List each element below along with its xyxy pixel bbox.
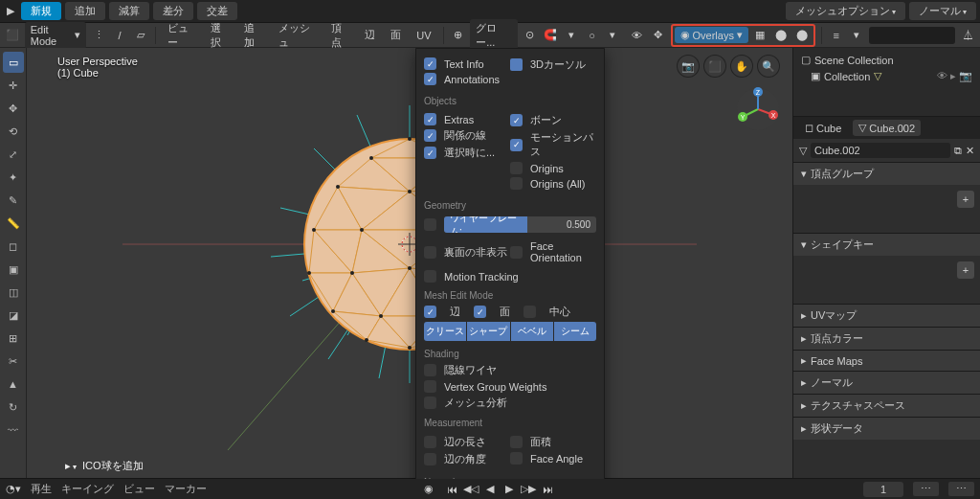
vertex-weights-checkbox[interactable] xyxy=(424,380,436,393)
bevel-button[interactable]: ベベル xyxy=(511,322,553,341)
editor-type-icon[interactable]: ⬛ xyxy=(4,26,21,45)
mesh-link-icon[interactable]: ⧉ xyxy=(954,145,962,157)
shape-key-add-button[interactable]: + xyxy=(957,261,974,279)
display-mode-icon[interactable]: ▾ xyxy=(849,26,866,45)
xray-icon[interactable]: ▦ xyxy=(750,26,769,45)
edges-overlay-checkbox[interactable] xyxy=(424,306,436,318)
vertex-colors-header[interactable]: ▸ 頂点カラー xyxy=(793,327,980,350)
jump-start-icon[interactable]: ⏮ xyxy=(443,482,460,497)
motion-tracking-checkbox[interactable] xyxy=(424,270,436,283)
zoom-icon[interactable]: 🔍 xyxy=(758,56,779,77)
mode-dropdown[interactable]: Edit Mode▾ xyxy=(25,22,87,49)
outliner-search[interactable] xyxy=(869,27,955,44)
vertex-groups-header[interactable]: ▾ 頂点グループ xyxy=(793,162,980,185)
pan-icon[interactable]: ✋ xyxy=(731,56,752,77)
subtract-op-button[interactable]: 減算 xyxy=(109,2,149,20)
mesh-menu[interactable]: メッシュ xyxy=(273,19,322,52)
prev-keyframe-icon[interactable]: ◀◁ xyxy=(462,482,479,497)
text-info-checkbox[interactable] xyxy=(424,57,436,70)
smooth-tool[interactable]: 〰 xyxy=(3,420,24,441)
edge-select-mode[interactable]: / xyxy=(111,26,128,45)
seam-button[interactable]: シーム xyxy=(554,322,596,341)
timeline-editor-icon[interactable]: ◔▾ xyxy=(6,483,21,495)
scale-tool[interactable]: ⤢ xyxy=(3,144,24,165)
relationship-checkbox[interactable] xyxy=(424,129,436,142)
uv-menu[interactable]: UV xyxy=(411,28,436,43)
gizmo-icon[interactable]: ✥ xyxy=(650,26,667,45)
bevel-tool[interactable]: ◪ xyxy=(3,305,24,326)
props-cube-tab[interactable]: ◻ Cube xyxy=(799,120,847,136)
rotate-tool[interactable]: ⟲ xyxy=(3,121,24,142)
knife-tool[interactable]: ✂ xyxy=(3,351,24,372)
orientation-dropdown[interactable]: グロー... xyxy=(470,19,517,52)
geometry-data-header[interactable]: ▸ 形状データ xyxy=(793,417,980,440)
next-keyframe-icon[interactable]: ▷▶ xyxy=(520,482,537,497)
vertex-select-mode[interactable]: ⋮ xyxy=(90,26,107,45)
add-op-button[interactable]: 追加 xyxy=(65,2,105,20)
snap-type-icon[interactable]: ▾ xyxy=(563,26,580,45)
annotate-tool[interactable]: ✎ xyxy=(3,190,24,211)
view-menu[interactable]: ビュー xyxy=(162,19,201,52)
marker-menu[interactable]: マーカー xyxy=(165,482,207,496)
wireframe-checkbox[interactable] xyxy=(424,218,436,231)
frame-end-field[interactable]: ⋯ xyxy=(948,482,974,496)
face-menu[interactable]: 面 xyxy=(385,26,407,44)
annotations-checkbox[interactable] xyxy=(424,73,436,85)
timeline-view-menu[interactable]: ビュー xyxy=(123,482,155,496)
faces-overlay-checkbox[interactable] xyxy=(474,306,486,318)
nav-gizmo[interactable]: X Y Z xyxy=(735,86,781,132)
bones-checkbox[interactable] xyxy=(510,114,523,126)
vertex-menu[interactable]: 頂点 xyxy=(325,19,356,52)
outliner-editor-icon[interactable]: ≡ xyxy=(828,26,845,45)
visibility-eye-icon[interactable]: 👁 xyxy=(937,70,947,82)
extras-checkbox[interactable] xyxy=(424,113,436,125)
edge-menu[interactable]: 辺 xyxy=(359,26,381,44)
normal-dropdown[interactable]: ノーマル xyxy=(909,2,976,20)
scene-collection-label[interactable]: Scene Collection xyxy=(814,55,894,66)
collection-label[interactable]: Collection xyxy=(824,71,870,82)
proportional-icon[interactable]: ○ xyxy=(584,26,601,45)
add-cube-tool[interactable]: ◻ xyxy=(3,236,24,257)
pivot-icon[interactable]: ⊙ xyxy=(522,26,539,45)
selectable-icon[interactable]: ▸ xyxy=(950,70,956,82)
shading-icon[interactable]: ⬤ xyxy=(771,26,791,45)
snap-icon[interactable]: 🧲 xyxy=(542,26,559,45)
play-icon[interactable]: ▶ xyxy=(501,482,518,497)
polybuild-tool[interactable]: ▲ xyxy=(3,374,24,395)
inset-tool[interactable]: ◫ xyxy=(3,282,24,303)
edge-angle-checkbox[interactable] xyxy=(424,453,436,465)
select-box-tool[interactable]: ▭ xyxy=(3,52,24,73)
spin-tool[interactable]: ↻ xyxy=(3,397,24,418)
auto-key-icon[interactable]: ◉ xyxy=(424,483,434,495)
cursor-tool[interactable]: ✛ xyxy=(3,75,24,96)
face-maps-header[interactable]: ▸ Face Maps xyxy=(793,350,980,371)
wireframe-slider[interactable]: ワイヤーフレーム: 0.500 xyxy=(444,216,596,233)
mesh-name-field[interactable]: Cube.002 xyxy=(811,143,950,158)
orientation-icon[interactable]: ⊕ xyxy=(449,26,466,45)
origins-checkbox[interactable] xyxy=(510,162,523,174)
shape-keys-header[interactable]: ▾ シェイプキー xyxy=(793,233,980,256)
camera-view-icon[interactable]: 📷 xyxy=(678,56,699,77)
proportional-type-icon[interactable]: ▾ xyxy=(604,26,621,45)
crease-button[interactable]: クリース xyxy=(424,322,466,341)
face-select-mode[interactable]: ▱ xyxy=(132,26,149,45)
hidden-wire-checkbox[interactable] xyxy=(424,364,436,376)
intersect-op-button[interactable]: 交差 xyxy=(197,2,237,20)
difference-op-button[interactable]: 差分 xyxy=(153,2,193,20)
edge-length-checkbox[interactable] xyxy=(424,436,436,448)
motionpaths-checkbox[interactable] xyxy=(510,139,523,151)
sharp-button[interactable]: シャープ xyxy=(467,322,509,341)
loopcut-tool[interactable]: ⊞ xyxy=(3,328,24,349)
props-cube002-tab[interactable]: ▽ Cube.002 xyxy=(853,120,921,136)
origins-all-checkbox[interactable] xyxy=(510,177,523,190)
extrude-tool[interactable]: ▣ xyxy=(3,259,24,280)
selected-checkbox[interactable] xyxy=(424,147,436,159)
uv-maps-header[interactable]: ▸ UVマップ xyxy=(793,304,980,327)
move-tool[interactable]: ✥ xyxy=(3,98,24,119)
texture-space-header[interactable]: ▸ テクスチャスペース xyxy=(793,394,980,417)
filter-icon[interactable]: ⏃ xyxy=(959,26,976,45)
mesh-analysis-checkbox[interactable] xyxy=(424,397,436,409)
viewport-shading-icon[interactable]: ⬤ xyxy=(792,26,812,45)
overlays-dropdown[interactable]: ◉ Overlays ▾ xyxy=(675,27,748,43)
backface-checkbox[interactable] xyxy=(424,246,436,259)
